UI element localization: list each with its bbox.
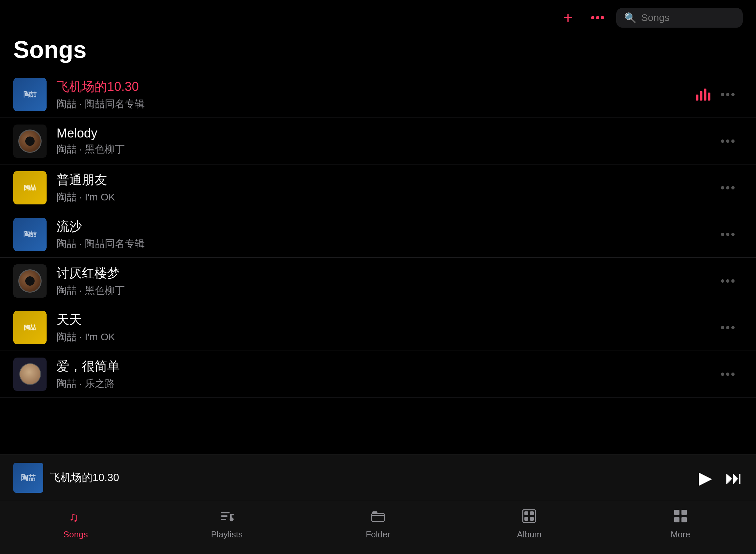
song-subtitle: 陶喆 · 黑色柳丁	[57, 284, 714, 297]
svg-rect-13	[674, 510, 680, 515]
tab-icon-playlists	[219, 509, 234, 527]
more-dots-icon: •••	[720, 227, 736, 241]
search-icon: 🔍	[624, 12, 637, 23]
song-title: 普通朋友	[57, 171, 714, 188]
tab-label-playlists: Playlists	[211, 530, 243, 540]
tab-icon-more	[673, 509, 688, 527]
forward-button[interactable]: ⏭	[726, 468, 743, 488]
add-icon: +	[563, 10, 573, 25]
search-bar: 🔍	[616, 8, 743, 27]
song-info: 讨厌红楼梦 陶喆 · 黑色柳丁	[57, 265, 714, 297]
now-playing-info: 飞机场的10.30	[50, 470, 699, 485]
more-dots-icon: •••	[720, 88, 736, 102]
song-row[interactable]: Melody 陶喆 · 黑色柳丁 •••	[0, 118, 756, 164]
tab-label-more: More	[671, 530, 690, 540]
svg-text:♫: ♫	[69, 510, 78, 523]
tab-songs[interactable]: ♫ Songs	[0, 509, 151, 540]
song-row[interactable]: 陶喆 普通朋友 陶喆 · I'm OK •••	[0, 164, 756, 211]
song-subtitle: 陶喆 · 陶喆同名专辑	[57, 237, 714, 251]
album-art: 陶喆	[13, 218, 47, 251]
more-dots-icon: •••	[720, 181, 736, 195]
album-art	[13, 124, 47, 158]
tab-label-folder: Folder	[366, 530, 390, 540]
song-title: 飞机场的10.30	[57, 78, 696, 95]
song-row[interactable]: 陶喆 天天 陶喆 · I'm OK •••	[0, 304, 756, 351]
svg-rect-2	[221, 515, 228, 517]
add-button[interactable]: +	[556, 6, 580, 29]
song-subtitle: 陶喆 · 乐之路	[57, 377, 714, 391]
tab-album[interactable]: Album	[453, 509, 605, 540]
more-dots-icon: •••	[720, 274, 736, 288]
now-playing-controls: ▶ ⏭	[699, 468, 743, 488]
tab-bar: ♫ Songs Playlists Folder Album More	[0, 501, 756, 554]
header: + ••• 🔍	[0, 0, 756, 33]
song-info: 普通朋友 陶喆 · I'm OK	[57, 171, 714, 204]
song-info: 流沙 陶喆 · 陶喆同名专辑	[57, 218, 714, 251]
svg-rect-7	[372, 513, 384, 521]
svg-rect-12	[530, 517, 534, 521]
options-icon: •••	[590, 12, 605, 23]
playing-indicator	[696, 89, 710, 101]
svg-rect-3	[221, 519, 226, 520]
song-title: 流沙	[57, 218, 714, 235]
song-more-button[interactable]: •••	[714, 177, 743, 198]
song-more-button[interactable]: •••	[714, 317, 743, 338]
svg-rect-9	[524, 511, 528, 515]
song-info: Melody 陶喆 · 黑色柳丁	[57, 126, 714, 156]
album-art: 陶喆	[13, 311, 47, 344]
now-playing-art: 陶喆	[13, 463, 43, 493]
svg-rect-6	[230, 514, 234, 515]
album-art: 陶喆	[13, 78, 47, 111]
play-icon: ▶	[699, 468, 712, 488]
song-row[interactable]: 陶喆 流沙 陶喆 · 陶喆同名专辑 •••	[0, 211, 756, 258]
svg-rect-16	[682, 517, 687, 522]
svg-rect-15	[674, 517, 680, 522]
tab-playlists[interactable]: Playlists	[151, 509, 302, 540]
play-button[interactable]: ▶	[699, 468, 712, 488]
tab-folder[interactable]: Folder	[303, 509, 453, 540]
tab-more[interactable]: More	[605, 509, 756, 540]
now-playing-bar: 陶喆 飞机场的10.30 ▶ ⏭	[0, 454, 756, 501]
album-art	[13, 264, 47, 298]
song-row[interactable]: 陶喆 飞机场的10.30 陶喆 · 陶喆同名专辑 •••	[0, 71, 756, 118]
tab-icon-folder	[371, 509, 385, 527]
album-art: 陶喆	[13, 171, 47, 205]
tab-label-songs: Songs	[63, 530, 88, 540]
forward-icon: ⏭	[726, 468, 743, 488]
song-more-button[interactable]: •••	[714, 131, 743, 152]
now-playing-title: 飞机场的10.30	[50, 470, 699, 485]
song-title: 爱，很简单	[57, 358, 714, 375]
song-list: 陶喆 飞机场的10.30 陶喆 · 陶喆同名专辑 ••• Melody 陶喆 ·…	[0, 71, 756, 397]
song-info: 飞机场的10.30 陶喆 · 陶喆同名专辑	[57, 78, 696, 111]
svg-rect-1	[221, 512, 230, 513]
svg-rect-11	[524, 517, 528, 521]
tab-label-album: Album	[517, 530, 542, 540]
svg-rect-10	[530, 511, 534, 515]
options-button[interactable]: •••	[586, 6, 610, 29]
tab-icon-album	[522, 509, 537, 527]
song-subtitle: 陶喆 · 陶喆同名专辑	[57, 97, 696, 111]
svg-rect-14	[682, 510, 687, 515]
song-row[interactable]: 讨厌红楼梦 陶喆 · 黑色柳丁 •••	[0, 258, 756, 304]
album-art	[13, 357, 47, 391]
tab-icon-songs: ♫	[68, 509, 83, 527]
more-dots-icon: •••	[720, 134, 736, 148]
song-more-button[interactable]: •••	[714, 224, 743, 245]
song-subtitle: 陶喆 · 黑色柳丁	[57, 143, 714, 156]
more-dots-icon: •••	[720, 321, 736, 335]
search-input[interactable]	[641, 12, 735, 23]
song-more-button[interactable]: •••	[714, 84, 743, 105]
song-more-button[interactable]: •••	[714, 271, 743, 291]
song-title: 讨厌红楼梦	[57, 265, 714, 282]
song-info: 爱，很简单 陶喆 · 乐之路	[57, 358, 714, 391]
more-dots-icon: •••	[720, 367, 736, 381]
song-title: Melody	[57, 126, 714, 141]
song-more-button[interactable]: •••	[714, 364, 743, 385]
page-title: Songs	[0, 33, 756, 71]
song-row[interactable]: 爱，很简单 陶喆 · 乐之路 •••	[0, 351, 756, 397]
song-subtitle: 陶喆 · I'm OK	[57, 330, 714, 344]
song-title: 天天	[57, 311, 714, 328]
song-subtitle: 陶喆 · I'm OK	[57, 190, 714, 204]
song-info: 天天 陶喆 · I'm OK	[57, 311, 714, 344]
